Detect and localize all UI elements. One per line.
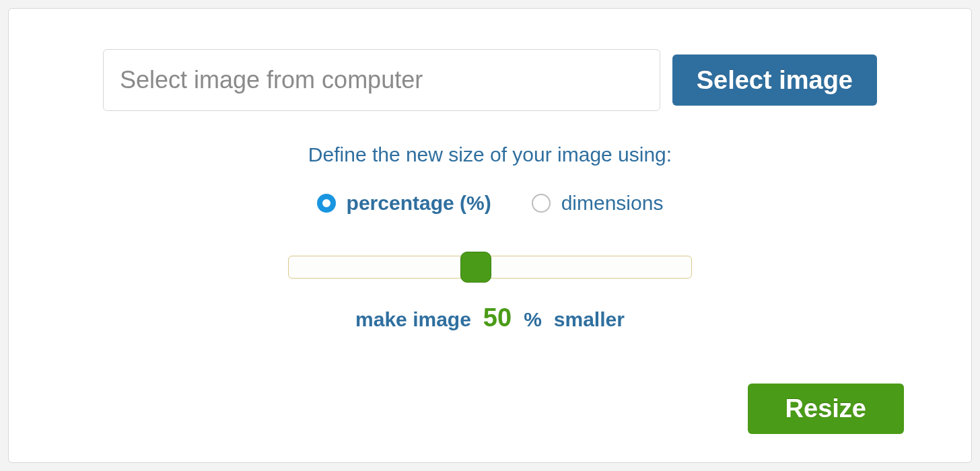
resize-panel: Select image Define the new size of your… [8, 8, 972, 463]
radio-percentage-label: percentage (%) [347, 192, 491, 215]
readout-percent-sign: % [524, 308, 542, 331]
readout-value: 50 [483, 303, 512, 332]
radio-dimensions[interactable]: dimensions [532, 192, 664, 215]
file-path-input[interactable] [103, 49, 660, 111]
radio-unselected-icon [532, 194, 551, 213]
percentage-slider[interactable] [288, 254, 692, 281]
size-controls: Define the new size of your image using:… [275, 143, 705, 332]
percentage-readout: make image 50 % smaller [275, 303, 705, 332]
readout-prefix: make image [355, 308, 471, 331]
radio-percentage[interactable]: percentage (%) [317, 192, 491, 215]
radio-dimensions-label: dimensions [561, 192, 664, 215]
radio-selected-icon [317, 194, 336, 213]
file-row: Select image [103, 49, 877, 111]
size-heading: Define the new size of your image using: [275, 143, 705, 166]
size-mode-radios: percentage (%) dimensions [275, 192, 705, 215]
readout-suffix: smaller [554, 308, 625, 331]
slider-thumb[interactable] [460, 252, 491, 283]
select-image-button[interactable]: Select image [672, 55, 877, 106]
resize-button[interactable]: Resize [748, 384, 904, 434]
